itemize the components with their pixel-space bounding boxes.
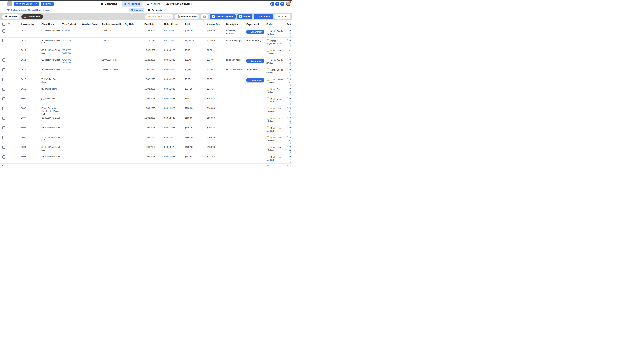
download-icon[interactable]: [289, 71, 291, 74]
user-avatar[interactable]: [286, 2, 290, 6]
edit-icon[interactable]: [286, 146, 288, 148]
info-icon[interactable]: [266, 116, 270, 120]
view-icon[interactable]: [289, 97, 291, 100]
row-checkbox[interactable]: [2, 88, 6, 91]
nav-item-product-services[interactable]: Product & Services: [164, 1, 194, 7]
tab-invoices[interactable]: $ Invoices: [129, 8, 144, 12]
row-checkbox[interactable]: [2, 78, 6, 81]
view-icon[interactable]: [289, 165, 291, 166]
work-order-button[interactable]: Work Order ⋮: [14, 2, 39, 6]
row-checkbox[interactable]: [2, 146, 6, 149]
info-icon[interactable]: [266, 107, 270, 110]
file-icon[interactable]: [289, 103, 291, 105]
work-order-more-menu[interactable]: ⋮: [34, 2, 39, 6]
view-icon[interactable]: [289, 155, 291, 158]
edit-icon[interactable]: [286, 155, 288, 158]
info-icon[interactable]: [266, 136, 270, 139]
row-checkbox[interactable]: [2, 68, 6, 71]
row-checkbox[interactable]: [2, 116, 6, 120]
row-checkbox[interactable]: [2, 39, 6, 42]
radio-icon[interactable]: [7, 8, 10, 12]
info-icon[interactable]: [266, 146, 270, 149]
help-icon[interactable]: ?: [275, 2, 279, 6]
upload-invoice-button[interactable]: Upload Invoice: [175, 14, 199, 19]
table-row[interactable]: 3002 SB Test Prod Client LLC 10/01/2025 …: [0, 164, 292, 166]
work-order-link[interactable]: #3077262: [62, 39, 71, 42]
hamburger-menu-icon[interactable]: [2, 2, 6, 5]
create-invoice-button[interactable]: + Invoice: [237, 14, 253, 19]
add-department-button[interactable]: +Department: [246, 30, 264, 34]
filter-icon[interactable]: [3, 8, 6, 12]
nav-item-accounting[interactable]: $ Accounting: [122, 1, 142, 7]
view-icon[interactable]: [289, 146, 291, 148]
view-icon[interactable]: [289, 116, 291, 119]
download-icon[interactable]: [289, 90, 291, 93]
row-checkbox[interactable]: [2, 136, 6, 139]
history-icon[interactable]: [270, 2, 274, 6]
row-checkbox[interactable]: [2, 155, 6, 158]
select-all-checkbox[interactable]: [2, 22, 6, 26]
edit-icon[interactable]: [286, 116, 288, 119]
table-row[interactable]: 3018 SB Test Prod Client LLC #3077262 CI…: [0, 38, 292, 47]
table-row[interactable]: 3014 SB Test Prod Client LLC #5425378 ,#…: [0, 57, 292, 67]
view-icon[interactable]: [289, 58, 291, 61]
file-icon[interactable]: [289, 74, 291, 76]
info-icon[interactable]: [266, 155, 270, 158]
table-row[interactable]: 3004 SB Test Prod Client LLC 10/01/2025 …: [0, 144, 292, 154]
row-checkbox[interactable]: [2, 58, 6, 62]
row-checkbox[interactable]: [2, 126, 6, 130]
view-icon[interactable]: [289, 126, 291, 129]
add-department-button[interactable]: +Department: [246, 78, 264, 82]
switch-version-link[interactable]: Switch between Old and New version: [11, 9, 49, 11]
work-order-link[interactable]: #3946840: [62, 30, 71, 32]
work-order-link[interactable]: #5425381: [62, 62, 71, 64]
file-icon[interactable]: [289, 132, 291, 134]
file-icon[interactable]: [289, 142, 291, 144]
edit-icon[interactable]: [286, 126, 288, 129]
table-row[interactable]: 3008 Demo Property Client LLC - Pizza Hu…: [0, 106, 292, 115]
view-icon[interactable]: [289, 107, 291, 109]
receive-payment-button[interactable]: + Receive Payment: [210, 14, 236, 19]
info-icon[interactable]: [266, 78, 270, 81]
table-row[interactable]: 3007 SB Test Prod Client LLC 10/01/2025 …: [0, 115, 292, 125]
edit-icon[interactable]: [286, 68, 288, 70]
view-icon[interactable]: [289, 30, 291, 32]
table-row[interactable]: 3009 jay smoke client 10/01/2025 09/01/2…: [0, 96, 292, 106]
download-icon[interactable]: [289, 120, 291, 122]
file-icon[interactable]: [289, 93, 291, 96]
view-icon[interactable]: [289, 78, 291, 80]
download-icon[interactable]: [289, 42, 291, 44]
row-checkbox[interactable]: [2, 30, 6, 32]
row-checkbox[interactable]: [2, 165, 6, 166]
table-row[interactable]: 3012 Teddy's Big Box Store 10/03/2025 09…: [0, 76, 292, 86]
invite-button[interactable]: + Invite: [41, 2, 54, 6]
file-icon[interactable]: [289, 45, 291, 47]
view-icon[interactable]: [289, 39, 291, 42]
tab-payments[interactable]: Payments: [146, 8, 164, 12]
table-row[interactable]: 3015 SB Test Prod Client LLC #5245723 #5…: [0, 47, 292, 57]
weather-events-button[interactable]: WEATHER EVENTS: [145, 14, 173, 19]
download-icon[interactable]: [289, 129, 291, 132]
work-order-link[interactable]: #5425378 ,: [62, 59, 72, 61]
edit-icon[interactable]: [286, 136, 288, 138]
file-icon[interactable]: [289, 122, 291, 124]
info-icon[interactable]: [266, 88, 270, 91]
cloud-download-button[interactable]: [201, 14, 208, 19]
info-icon[interactable]: [266, 39, 270, 42]
download-icon[interactable]: [289, 158, 291, 160]
download-icon[interactable]: [289, 49, 291, 51]
edit-icon[interactable]: [286, 39, 288, 42]
file-icon[interactable]: [289, 161, 291, 163]
download-icon[interactable]: [289, 110, 291, 112]
download-icon[interactable]: [289, 81, 291, 83]
edit-icon[interactable]: [286, 107, 288, 109]
chevron-down-icon[interactable]: [8, 24, 10, 25]
download-icon[interactable]: [289, 100, 291, 102]
edit-icon[interactable]: [286, 78, 288, 80]
nav-item-network[interactable]: Network: [145, 1, 162, 7]
table-row[interactable]: 3005 SB Test Prod Client LLC 10/01/2025 …: [0, 134, 292, 144]
view-icon[interactable]: [289, 68, 291, 70]
info-icon[interactable]: [266, 97, 270, 100]
edit-icon[interactable]: [286, 88, 288, 90]
nav-item-operations[interactable]: Operations: [99, 1, 119, 7]
